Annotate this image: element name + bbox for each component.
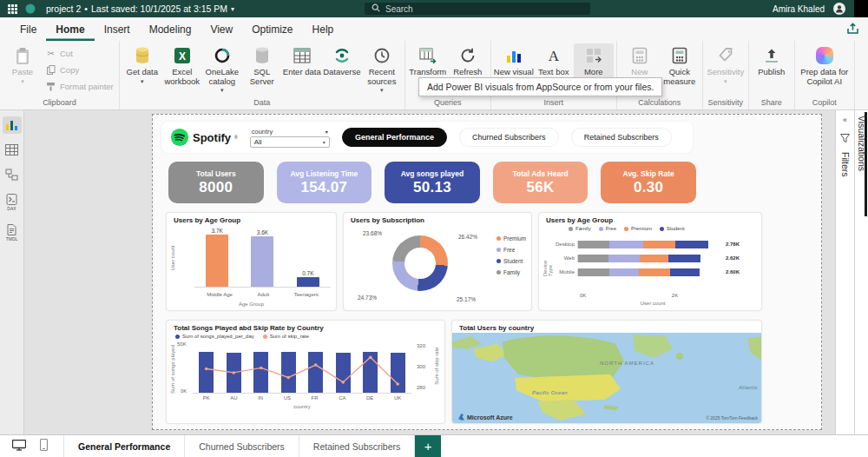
page-tab-retained-subscribers[interactable]: Retained Subscribers xyxy=(299,435,415,457)
tab-modeling[interactable]: Modeling xyxy=(140,17,201,41)
ribbon-group-data: Get data ▾ X Excel workbook OneLake cata… xyxy=(120,41,405,109)
combo-legend: Sum of songs_played_per_day Sum of skip_… xyxy=(167,332,444,339)
kpi-total-users[interactable]: Total Users 8000 xyxy=(168,162,264,203)
dax-query-view-button[interactable]: DAX xyxy=(3,191,22,214)
bar-middle-age[interactable] xyxy=(206,235,228,287)
filters-pane-label[interactable]: Filters xyxy=(840,152,851,177)
dataverse-button[interactable]: Dataverse xyxy=(322,43,362,77)
map-canvas[interactable] xyxy=(452,333,761,423)
chevron-down-icon: ▾ xyxy=(323,139,326,145)
users-by-subscription-chart[interactable]: Users by Subscription 23.68% 26.42% 24.7… xyxy=(343,212,532,311)
tab-optimize[interactable]: Optimize xyxy=(242,17,302,41)
desktop-layout-icon[interactable] xyxy=(12,439,26,454)
report-view-button[interactable] xyxy=(3,116,22,134)
add-page-button[interactable]: + xyxy=(415,435,441,457)
ribbon-group-queries: Transform data ▾ Refresh Queries xyxy=(405,41,491,109)
songs-skiprate-combo-chart[interactable]: Total Songs Played abd Skip Rate by Coun… xyxy=(166,320,445,424)
get-data-button[interactable]: Get data ▾ xyxy=(122,43,162,84)
tab-help[interactable]: Help xyxy=(303,17,344,41)
cut-button[interactable]: ✂Cut xyxy=(43,47,116,60)
stacked-bar-desktop[interactable] xyxy=(578,241,708,248)
users-by-country-map[interactable]: Total Users by country xyxy=(451,320,762,424)
slicer-dropdown[interactable]: All ▾ xyxy=(250,136,330,148)
user-avatar[interactable] xyxy=(833,3,845,15)
sql-database-icon xyxy=(252,45,273,66)
view-switcher-sidebar: DAX TMDL xyxy=(0,110,24,434)
report-canvas[interactable]: Spotify ® country ▾ All ▾ xyxy=(24,110,835,434)
tmdl-icon xyxy=(6,224,17,235)
bar-teenagers[interactable] xyxy=(297,277,319,287)
project-name: project 2 xyxy=(46,3,81,14)
country-slicer[interactable]: country ▾ All ▾ xyxy=(250,128,330,148)
users-by-age-chart[interactable]: Users by Age Group User count 3.7K 3.6K xyxy=(166,212,337,311)
copy-button[interactable]: Copy xyxy=(43,63,116,76)
donut-chart[interactable] xyxy=(392,235,448,291)
bar-adult[interactable] xyxy=(251,236,273,287)
page-tab-general-performance[interactable]: General Performance xyxy=(64,435,185,457)
map-region-label: NORTH AMERICA xyxy=(600,361,654,366)
table-view-button[interactable] xyxy=(3,142,22,158)
tab-insert[interactable]: Insert xyxy=(95,17,140,41)
paste-button[interactable]: Paste ▾ xyxy=(3,43,43,84)
page-tab-churned-subscribers[interactable]: Churned Subscribers xyxy=(185,435,299,457)
ribbon-group-insert: New visual ▾ A Text box More visuals ▾ xyxy=(491,41,617,109)
onelake-catalog-button[interactable]: OneLake catalog ▾ xyxy=(202,43,242,94)
search-input[interactable]: Search xyxy=(365,3,590,15)
paintbrush-icon xyxy=(45,82,56,91)
map-ocean-label: Pacific Ocean xyxy=(532,390,568,395)
nav-pill-general-performance[interactable]: General Performance xyxy=(342,128,447,147)
stacked-bar-web[interactable] xyxy=(578,255,700,262)
report-page[interactable]: Spotify ® country ▾ All ▾ xyxy=(152,114,822,430)
refresh-button[interactable]: Refresh xyxy=(448,43,488,77)
users-by-device-chart[interactable]: Users by Age Group Family Free Premium S… xyxy=(538,212,762,311)
tab-file[interactable]: File xyxy=(10,17,46,41)
azure-logo-icon xyxy=(457,414,464,421)
nav-pill-churned-subscribers[interactable]: Churned Subscribers xyxy=(459,128,559,147)
kpi-avg-skip-rate[interactable]: Avg. Skip Rate 0.30 xyxy=(601,162,696,203)
kpi-avg-songs-played[interactable]: Avg songs played 50.13 xyxy=(385,162,480,203)
stacked-bar-mobile[interactable] xyxy=(578,268,700,276)
share-icon[interactable] xyxy=(844,21,861,36)
window-controls[interactable] xyxy=(854,0,868,17)
format-painter-button[interactable]: Format painter xyxy=(43,80,116,93)
tab-view[interactable]: View xyxy=(201,17,242,41)
enter-data-button[interactable]: Enter data xyxy=(282,43,322,77)
sensitivity-button[interactable]: Sensitivity ▾ xyxy=(706,43,746,84)
y-axis-label: Device Type xyxy=(542,250,553,276)
text-box-button[interactable]: A Text box xyxy=(534,43,574,77)
user-name[interactable]: Amira Khaled xyxy=(773,4,825,14)
waffle-menu-icon[interactable] xyxy=(8,4,17,14)
model-view-button[interactable] xyxy=(3,166,22,183)
recent-sources-button[interactable]: Recent sources ▾ xyxy=(362,43,402,94)
filters-pane: « Filters xyxy=(835,110,854,434)
tab-home[interactable]: Home xyxy=(46,17,94,41)
nav-pill-retained-subscribers[interactable]: Retained Subscribers xyxy=(571,128,672,147)
svg-text:A: A xyxy=(549,48,560,64)
expand-pane-icon[interactable]: « xyxy=(843,116,847,124)
publish-button[interactable]: Publish xyxy=(752,43,792,77)
prep-data-copilot-button[interactable]: Prep data for Copilot AI xyxy=(798,43,852,86)
scrollbar[interactable] xyxy=(865,112,867,216)
svg-text:X: X xyxy=(179,50,186,63)
chevron-down-icon: ▾ xyxy=(724,78,727,85)
map-copyright: © 2025 TomTom Feedback xyxy=(706,415,758,421)
y-axis-left-label: Sum of songs played xyxy=(170,345,175,394)
kpi-total-ads-heard[interactable]: Total Ads Heard 56K xyxy=(493,162,589,203)
chart-title: Users by Age Group xyxy=(167,213,336,224)
sql-server-button[interactable]: SQL Server xyxy=(242,43,282,86)
quick-measure-icon xyxy=(669,45,690,66)
app-logo-icon xyxy=(25,3,36,14)
group-label-data: Data xyxy=(122,97,402,109)
filter-funnel-icon[interactable] xyxy=(840,130,850,146)
kpi-avg-listening-time[interactable]: Avg Listening Time 154.07 xyxy=(277,162,372,203)
slicer-value: All xyxy=(254,138,262,146)
document-title[interactable]: project 2 • Last saved: 10/1/2025 at 3:1… xyxy=(46,3,234,14)
more-visuals-icon xyxy=(583,45,604,66)
tmdl-view-button[interactable]: TMDL xyxy=(3,222,22,244)
group-label-clipboard: Clipboard xyxy=(3,97,116,109)
excel-icon: X xyxy=(172,45,193,66)
mobile-layout-icon[interactable] xyxy=(40,439,48,454)
excel-workbook-button[interactable]: X Excel workbook xyxy=(162,43,202,86)
sensitivity-tag-icon xyxy=(715,45,736,66)
quick-measure-button[interactable]: Quick measure xyxy=(660,43,700,86)
